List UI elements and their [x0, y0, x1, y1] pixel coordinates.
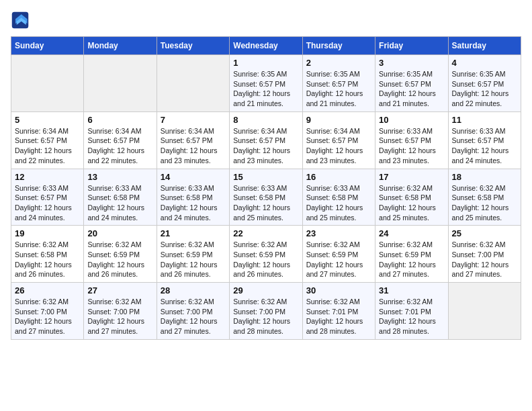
- calendar-cell: 9Sunrise: 6:34 AM Sunset: 6:57 PM Daylig…: [302, 111, 375, 169]
- day-info: Sunrise: 6:35 AM Sunset: 6:57 PM Dayligh…: [233, 69, 298, 109]
- day-number: 5: [15, 115, 80, 125]
- day-number: 2: [306, 58, 371, 68]
- calendar-cell: 21Sunrise: 6:32 AM Sunset: 6:59 PM Dayli…: [157, 226, 229, 283]
- day-number: 13: [87, 172, 152, 182]
- weekday-header: Friday: [375, 37, 448, 55]
- weekday-header: Tuesday: [157, 37, 229, 55]
- day-info: Sunrise: 6:32 AM Sunset: 7:01 PM Dayligh…: [379, 297, 444, 336]
- calendar-cell: 29Sunrise: 6:32 AM Sunset: 7:00 PM Dayli…: [230, 283, 302, 340]
- weekday-header: Sunday: [11, 37, 84, 55]
- calendar-cell: 10Sunrise: 6:33 AM Sunset: 6:57 PM Dayli…: [375, 111, 448, 169]
- day-info: Sunrise: 6:33 AM Sunset: 6:57 PM Dayligh…: [15, 183, 80, 223]
- day-number: 17: [379, 172, 444, 182]
- day-number: 25: [452, 228, 517, 238]
- day-info: Sunrise: 6:34 AM Sunset: 6:57 PM Dayligh…: [306, 126, 371, 166]
- calendar-cell: [11, 55, 84, 112]
- day-info: Sunrise: 6:32 AM Sunset: 7:00 PM Dayligh…: [233, 297, 298, 336]
- day-info: Sunrise: 6:33 AM Sunset: 6:57 PM Dayligh…: [379, 126, 444, 166]
- calendar-cell: 17Sunrise: 6:32 AM Sunset: 6:58 PM Dayli…: [375, 169, 448, 226]
- day-number: 7: [161, 115, 226, 125]
- calendar-cell: 25Sunrise: 6:32 AM Sunset: 7:00 PM Dayli…: [448, 226, 521, 283]
- calendar-cell: 12Sunrise: 6:33 AM Sunset: 6:57 PM Dayli…: [11, 169, 84, 226]
- day-number: 22: [233, 228, 298, 238]
- calendar-cell: 5Sunrise: 6:34 AM Sunset: 6:57 PM Daylig…: [11, 111, 84, 169]
- day-info: Sunrise: 6:33 AM Sunset: 6:57 PM Dayligh…: [452, 126, 517, 166]
- day-number: 12: [15, 172, 80, 182]
- calendar-cell: 3Sunrise: 6:35 AM Sunset: 6:57 PM Daylig…: [375, 55, 448, 112]
- calendar-cell: 14Sunrise: 6:33 AM Sunset: 6:58 PM Dayli…: [157, 169, 229, 226]
- day-number: 21: [161, 228, 226, 238]
- day-number: 1: [233, 58, 298, 68]
- day-info: Sunrise: 6:34 AM Sunset: 6:57 PM Dayligh…: [87, 126, 152, 166]
- day-number: 6: [87, 115, 152, 125]
- page-header: [11, 11, 521, 30]
- day-info: Sunrise: 6:33 AM Sunset: 6:58 PM Dayligh…: [306, 183, 371, 223]
- day-info: Sunrise: 6:32 AM Sunset: 7:00 PM Dayligh…: [161, 297, 226, 336]
- calendar-cell: [157, 55, 229, 112]
- day-number: 9: [306, 115, 371, 125]
- day-number: 29: [233, 285, 298, 295]
- day-number: 16: [306, 172, 371, 182]
- calendar-cell: 6Sunrise: 6:34 AM Sunset: 6:57 PM Daylig…: [84, 111, 157, 169]
- day-number: 26: [15, 285, 80, 295]
- day-number: 31: [379, 285, 444, 295]
- day-number: 19: [15, 228, 80, 238]
- day-number: 27: [87, 285, 152, 295]
- calendar-cell: 22Sunrise: 6:32 AM Sunset: 6:59 PM Dayli…: [230, 226, 302, 283]
- day-info: Sunrise: 6:33 AM Sunset: 6:58 PM Dayligh…: [87, 183, 152, 223]
- day-number: 23: [306, 228, 371, 238]
- calendar-cell: 13Sunrise: 6:33 AM Sunset: 6:58 PM Dayli…: [84, 169, 157, 226]
- day-number: 4: [452, 58, 517, 68]
- calendar-cell: 18Sunrise: 6:32 AM Sunset: 6:58 PM Dayli…: [448, 169, 521, 226]
- day-info: Sunrise: 6:32 AM Sunset: 6:59 PM Dayligh…: [379, 240, 444, 279]
- calendar-cell: [84, 55, 157, 112]
- day-info: Sunrise: 6:35 AM Sunset: 6:57 PM Dayligh…: [379, 69, 444, 109]
- day-info: Sunrise: 6:33 AM Sunset: 6:58 PM Dayligh…: [161, 183, 226, 223]
- calendar-cell: 26Sunrise: 6:32 AM Sunset: 7:00 PM Dayli…: [11, 283, 84, 340]
- day-number: 3: [379, 58, 444, 68]
- calendar-cell: 30Sunrise: 6:32 AM Sunset: 7:01 PM Dayli…: [302, 283, 375, 340]
- calendar-cell: 31Sunrise: 6:32 AM Sunset: 7:01 PM Dayli…: [375, 283, 448, 340]
- day-info: Sunrise: 6:33 AM Sunset: 6:58 PM Dayligh…: [233, 183, 298, 223]
- calendar-cell: 28Sunrise: 6:32 AM Sunset: 7:00 PM Dayli…: [157, 283, 229, 340]
- calendar-cell: 27Sunrise: 6:32 AM Sunset: 7:00 PM Dayli…: [84, 283, 157, 340]
- logo: [11, 11, 32, 30]
- day-number: 20: [87, 228, 152, 238]
- day-info: Sunrise: 6:34 AM Sunset: 6:57 PM Dayligh…: [161, 126, 226, 166]
- weekday-header: Thursday: [302, 37, 375, 55]
- calendar-cell: 4Sunrise: 6:35 AM Sunset: 6:57 PM Daylig…: [448, 55, 521, 112]
- day-info: Sunrise: 6:35 AM Sunset: 6:57 PM Dayligh…: [306, 69, 371, 109]
- day-info: Sunrise: 6:32 AM Sunset: 6:58 PM Dayligh…: [379, 183, 444, 223]
- calendar-cell: 16Sunrise: 6:33 AM Sunset: 6:58 PM Dayli…: [302, 169, 375, 226]
- calendar-cell: 2Sunrise: 6:35 AM Sunset: 6:57 PM Daylig…: [302, 55, 375, 112]
- day-info: Sunrise: 6:32 AM Sunset: 6:59 PM Dayligh…: [161, 240, 226, 279]
- calendar-cell: 23Sunrise: 6:32 AM Sunset: 6:59 PM Dayli…: [302, 226, 375, 283]
- day-number: 15: [233, 172, 298, 182]
- calendar-cell: 1Sunrise: 6:35 AM Sunset: 6:57 PM Daylig…: [230, 55, 302, 112]
- calendar-cell: 11Sunrise: 6:33 AM Sunset: 6:57 PM Dayli…: [448, 111, 521, 169]
- day-number: 11: [452, 115, 517, 125]
- day-number: 28: [161, 285, 226, 295]
- day-number: 14: [161, 172, 226, 182]
- day-info: Sunrise: 6:32 AM Sunset: 7:00 PM Dayligh…: [15, 297, 80, 336]
- calendar-cell: 20Sunrise: 6:32 AM Sunset: 6:59 PM Dayli…: [84, 226, 157, 283]
- day-number: 30: [306, 285, 371, 295]
- day-number: 10: [379, 115, 444, 125]
- weekday-header: Monday: [84, 37, 157, 55]
- day-info: Sunrise: 6:34 AM Sunset: 6:57 PM Dayligh…: [15, 126, 80, 166]
- calendar-cell: 7Sunrise: 6:34 AM Sunset: 6:57 PM Daylig…: [157, 111, 229, 169]
- weekday-header: Saturday: [448, 37, 521, 55]
- weekday-header: Wednesday: [230, 37, 302, 55]
- calendar-cell: 19Sunrise: 6:32 AM Sunset: 6:58 PM Dayli…: [11, 226, 84, 283]
- calendar-table: SundayMondayTuesdayWednesdayThursdayFrid…: [11, 36, 521, 340]
- day-number: 18: [452, 172, 517, 182]
- day-info: Sunrise: 6:32 AM Sunset: 6:59 PM Dayligh…: [233, 240, 298, 279]
- day-number: 24: [379, 228, 444, 238]
- day-info: Sunrise: 6:32 AM Sunset: 7:01 PM Dayligh…: [306, 297, 371, 336]
- day-info: Sunrise: 6:32 AM Sunset: 6:58 PM Dayligh…: [452, 183, 517, 223]
- day-info: Sunrise: 6:32 AM Sunset: 6:58 PM Dayligh…: [15, 240, 80, 279]
- day-info: Sunrise: 6:35 AM Sunset: 6:57 PM Dayligh…: [452, 69, 517, 109]
- calendar-cell: [448, 283, 521, 340]
- day-info: Sunrise: 6:32 AM Sunset: 6:59 PM Dayligh…: [306, 240, 371, 279]
- day-number: 8: [233, 115, 298, 125]
